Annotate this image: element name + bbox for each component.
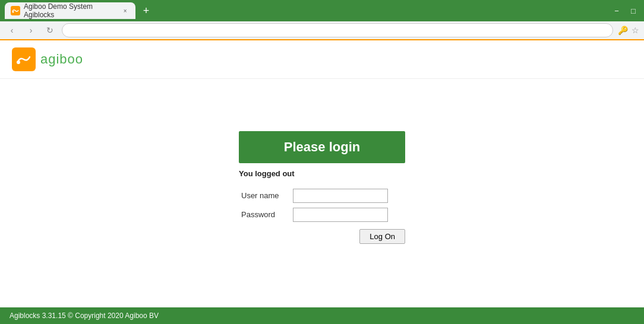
tab-close-button[interactable]: × — [121, 6, 130, 15]
refresh-button[interactable]: ↻ — [43, 26, 57, 35]
logon-row: Log On — [239, 229, 405, 244]
key-icon: 🔑 — [618, 26, 628, 35]
username-label: User name — [239, 186, 291, 205]
new-tab-button[interactable]: + — [138, 2, 154, 19]
password-label: Password — [239, 205, 291, 224]
bookmark-icon[interactable]: ☆ — [632, 26, 639, 35]
login-form: User name Password — [239, 186, 405, 224]
page-footer: Agiblocks 3.31.15 © Copyright 2020 Agibo… — [0, 307, 644, 324]
window-controls: − □ — [611, 7, 639, 15]
username-row: User name — [239, 186, 405, 205]
svg-point-0 — [12, 11, 14, 13]
username-input[interactable] — [293, 189, 388, 203]
browser-chrome: Agiboo Demo System Agiblocks × + − □ — [0, 0, 644, 21]
password-row: Password — [239, 205, 405, 224]
logon-button[interactable]: Log On — [359, 229, 405, 244]
logo-text: agiboo — [40, 52, 83, 67]
tab-bar: Agiboo Demo System Agiblocks × + — [5, 2, 607, 19]
svg-point-1 — [17, 61, 20, 64]
logo-container: agiboo — [12, 47, 632, 71]
active-tab[interactable]: Agiboo Demo System Agiblocks × — [5, 2, 135, 19]
footer-text: Agiblocks 3.31.15 © Copyright 2020 Agibo… — [10, 312, 159, 320]
login-box: Please login You logged out User name Pa… — [239, 131, 405, 244]
main-area: Please login You logged out User name Pa… — [0, 79, 644, 307]
tab-title: Agiboo Demo System Agiblocks — [24, 2, 117, 19]
url-input[interactable] — [62, 23, 613, 37]
password-input[interactable] — [293, 208, 388, 222]
login-header: Please login — [239, 131, 405, 163]
address-bar: ‹ › ↻ 🔑 ☆ — [0, 21, 644, 40]
page-header: agiboo — [0, 40, 644, 79]
maximize-button[interactable]: □ — [627, 7, 639, 15]
back-button[interactable]: ‹ — [5, 26, 19, 35]
logo-icon — [12, 47, 36, 71]
tab-favicon — [11, 6, 20, 15]
forward-button[interactable]: › — [24, 26, 38, 35]
logout-message: You logged out — [239, 169, 405, 178]
minimize-button[interactable]: − — [611, 7, 623, 15]
address-icons: 🔑 ☆ — [618, 26, 639, 35]
page-content: agiboo Please login You logged out User … — [0, 40, 644, 307]
